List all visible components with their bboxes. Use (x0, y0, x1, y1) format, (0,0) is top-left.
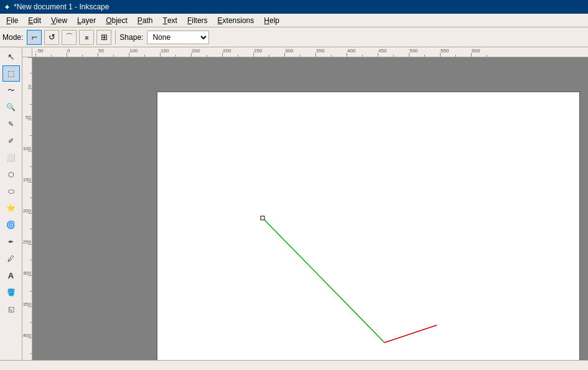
shape-select[interactable]: None Triangle Square Pentagon (147, 31, 209, 44)
mode-btn-2[interactable]: ⌒ (62, 30, 77, 45)
menu-item-layer[interactable]: Layer (72, 14, 101, 27)
menu-item-path[interactable]: Path (133, 14, 158, 27)
menu-item-text[interactable]: Text (158, 14, 182, 27)
fill-tool[interactable]: 🪣 (2, 284, 20, 300)
ruler-row: -500501001502002002503003504004505005506… (22, 47, 588, 57)
mode-btn-4[interactable]: ⊞ (96, 30, 111, 45)
menu-item-object[interactable]: Object (101, 14, 133, 27)
pencil-tool[interactable]: ✎ (2, 116, 20, 132)
shape-label: Shape: (119, 33, 143, 42)
main-layout: ↖ ⬚ 〜 🔍 ✎ ✐ ⬜ ⬡ ⬭ ⭐ 🌀 ✒ 🖊 A 🪣 ◱ -5005010… (0, 47, 588, 360)
canvas-area: -500501001502002002503003504004505005506… (22, 47, 588, 360)
canvas-viewport[interactable] (32, 57, 588, 360)
title-text: *New document 1 - Inkscape (14, 2, 109, 11)
text-tool[interactable]: A (2, 267, 20, 283)
menu-item-file[interactable]: File (1, 14, 23, 27)
title-bar: ✦ *New document 1 - Inkscape (0, 0, 588, 14)
menu-item-filters[interactable]: Filters (182, 14, 213, 27)
gradient-tool[interactable]: ◱ (2, 301, 20, 317)
canvas-with-ruler: 050100150200250300350400450500 (22, 57, 588, 360)
toolbox: ↖ ⬚ 〜 🔍 ✎ ✐ ⬜ ⬡ ⬭ ⭐ 🌀 ✒ 🖊 A 🪣 ◱ (0, 47, 22, 360)
status-bar (0, 360, 588, 370)
left-ruler: 050100150200250300350400450500 (22, 57, 32, 360)
tweak-tool[interactable]: 〜 (2, 82, 20, 98)
canvas-page (157, 92, 580, 360)
select-tool[interactable]: ↖ (2, 49, 20, 65)
star-tool[interactable]: ⭐ (2, 200, 20, 216)
zoom-tool[interactable]: 🔍 (2, 99, 20, 115)
mode-btn-3[interactable]: ⌅ (79, 30, 94, 45)
menu-item-extensions[interactable]: Extensions (213, 14, 259, 27)
menu-item-help[interactable]: Help (259, 14, 284, 27)
ellipse-tool[interactable]: ⬭ (2, 183, 20, 199)
mode-label: Mode: (2, 33, 23, 42)
menu-item-edit[interactable]: Edit (23, 14, 46, 27)
top-ruler: -500501001502002002503003504004505005506… (32, 47, 588, 57)
mode-btn-1[interactable]: ↺ (44, 30, 59, 45)
spiral-tool[interactable]: 🌀 (2, 217, 20, 233)
menu-bar: FileEditViewLayerObjectPathTextFiltersEx… (0, 14, 588, 27)
menu-item-view[interactable]: View (46, 14, 72, 27)
pen-tool[interactable]: ✒ (2, 234, 20, 250)
calligraphy-tool[interactable]: 🖊 (2, 250, 20, 267)
rect-tool[interactable]: ⬜ (2, 149, 20, 166)
toolbar-separator (115, 31, 116, 44)
bezier-tool[interactable]: ✐ (2, 133, 20, 149)
3dbox-tool[interactable]: ⬡ (2, 166, 20, 183)
toolbar: Mode: ⌐ ↺ ⌒ ⌅ ⊞ Shape: None Triangle Squ… (0, 27, 588, 47)
app-icon: ✦ (4, 2, 11, 12)
mode-btn-0[interactable]: ⌐ (27, 30, 42, 45)
corner-piece (22, 47, 32, 57)
node-tool[interactable]: ⬚ (2, 65, 20, 82)
